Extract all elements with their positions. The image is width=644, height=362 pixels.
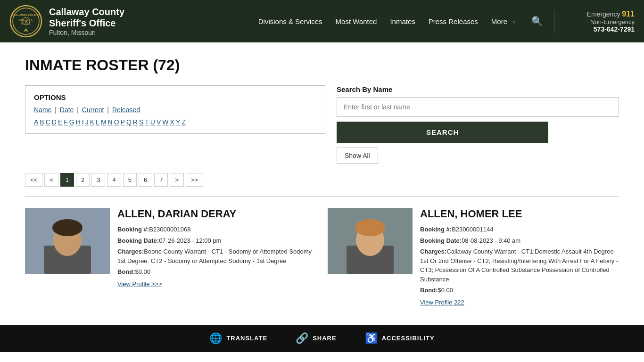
alpha-link-p[interactable]: P <box>121 118 125 126</box>
filter-date[interactable]: Date <box>60 106 74 114</box>
main-content: INMATE ROSTER (72) OPTIONS Name | Date |… <box>16 42 628 315</box>
alpha-link-j[interactable]: J <box>85 118 89 126</box>
translate-link[interactable]: 🌐 TRANSLATE <box>209 332 267 345</box>
alpha-link-f[interactable]: F <box>64 118 68 126</box>
filter-released[interactable]: Released <box>112 106 140 114</box>
pagination-page-6[interactable]: 6 <box>139 173 152 187</box>
share-link[interactable]: 🔗 SHARE <box>296 332 337 345</box>
inmate-grid: ALLEN, DARIAN DERAYBooking #:B2300000106… <box>25 208 619 306</box>
inmate-card: ALLEN, HOMER LEEBooking #:B23000001144Bo… <box>328 208 619 306</box>
alpha-link-u[interactable]: U <box>150 118 155 126</box>
alpha-link-x[interactable]: X <box>170 118 174 126</box>
alpha-link-k[interactable]: K <box>90 118 94 126</box>
pagination-page-2[interactable]: 2 <box>76 173 90 187</box>
share-label: SHARE <box>313 335 337 342</box>
inmate-info: ALLEN, HOMER LEEBooking #:B23000001144Bo… <box>420 208 619 306</box>
alpha-link-b[interactable]: B <box>40 118 44 126</box>
pagination-first[interactable]: << <box>25 173 42 187</box>
svg-rect-14 <box>58 245 77 247</box>
agency-location: Fulton, Missouri <box>49 29 124 36</box>
site-footer: 🌐 TRANSLATE 🔗 SHARE ♿ ACCESSIBILITY <box>0 325 644 352</box>
show-all-button[interactable]: Show All <box>337 148 378 164</box>
nav-most-wanted[interactable]: Most Wanted <box>336 17 377 25</box>
alpha-link-n[interactable]: N <box>108 118 113 126</box>
options-search-row: OPTIONS Name | Date | Current | Released… <box>25 85 619 164</box>
alpha-link-q[interactable]: Q <box>126 118 132 126</box>
pagination-page-4[interactable]: 4 <box>107 173 121 187</box>
inmate-photo <box>25 208 110 274</box>
pagination-page-3[interactable]: 3 <box>91 173 105 187</box>
divider <box>25 196 619 197</box>
svg-point-18 <box>355 219 385 236</box>
inmate-card: ALLEN, DARIAN DERAYBooking #:B2300000106… <box>25 208 316 306</box>
alpha-link-t[interactable]: T <box>145 118 149 126</box>
alpha-link-l[interactable]: L <box>96 118 99 126</box>
alpha-link-s[interactable]: S <box>139 118 143 126</box>
nav-press-releases[interactable]: Press Releases <box>429 17 478 25</box>
alpha-link-y[interactable]: Y <box>176 118 180 126</box>
svg-point-20 <box>373 239 378 243</box>
svg-point-11 <box>52 219 83 236</box>
alpha-link-r[interactable]: R <box>133 118 138 126</box>
alpha-link-w[interactable]: W <box>162 118 168 126</box>
nav-more[interactable]: More → <box>491 17 516 25</box>
non-emergency-number: 573-642-7291 <box>562 25 635 33</box>
svg-text:CALLAWAY COUNTY: CALLAWAY COUNTY <box>12 14 40 16</box>
pagination-next[interactable]: > <box>170 173 184 187</box>
filter-current[interactable]: Current <box>82 106 104 114</box>
agency-sub: Sheriff's Office <box>49 17 124 29</box>
alpha-links: A B C D E F G H I J K L M N O P Q R S T … <box>34 118 316 126</box>
svg-point-19 <box>362 239 367 243</box>
alpha-link-h[interactable]: H <box>76 118 81 126</box>
nav-divisions[interactable]: Divisions & Services <box>258 17 322 25</box>
pagination-page-7[interactable]: 7 <box>154 173 168 187</box>
accessibility-label: ACCESSIBILITY <box>382 335 435 342</box>
filter-name[interactable]: Name <box>34 106 51 114</box>
alpha-link-o[interactable]: O <box>114 118 119 126</box>
alpha-link-d[interactable]: D <box>52 118 57 126</box>
alpha-link-i[interactable]: I <box>82 118 84 126</box>
alpha-link-e[interactable]: E <box>58 118 62 126</box>
translate-label: TRANSLATE <box>226 335 267 342</box>
options-title: OPTIONS <box>34 93 316 101</box>
share-icon: 🔗 <box>296 332 309 345</box>
nav-inmates[interactable]: Inmates <box>390 17 415 25</box>
inmate-booking-date: Booking Date:07-26-2023 - 12:00 pm <box>117 236 316 246</box>
svg-rect-21 <box>361 245 380 247</box>
header-search-button[interactable]: 🔍 <box>529 14 545 29</box>
inmate-name: ALLEN, HOMER LEE <box>420 208 619 220</box>
agency-title: Callaway County Sheriff's Office Fulton,… <box>49 6 124 36</box>
site-header: CALLAWAY COUNTY SHERIFF'S OFFICE ★ Calla… <box>0 0 644 42</box>
agency-logo: CALLAWAY COUNTY SHERIFF'S OFFICE ★ <box>9 5 42 38</box>
svg-point-13 <box>71 239 75 243</box>
emergency-label: Emergency <box>587 10 620 18</box>
view-profile-link[interactable]: View Profile >>> <box>117 280 162 288</box>
options-box: OPTIONS Name | Date | Current | Released… <box>25 85 325 134</box>
alpha-link-a[interactable]: A <box>34 118 38 126</box>
arrow-right-icon: → <box>509 17 516 25</box>
alpha-link-z[interactable]: Z <box>182 118 186 126</box>
inmate-booking-date: Booking Date:08-08-2023 - 9:40 am <box>420 236 619 246</box>
alpha-link-c[interactable]: C <box>46 118 50 126</box>
inmate-bond: Bond:$0.00 <box>420 286 619 295</box>
emergency-number: 911 <box>622 10 635 18</box>
inmate-booking-number: Booking #:B23000001068 <box>117 225 316 234</box>
accessibility-icon: ♿ <box>365 332 378 345</box>
globe-icon: 🌐 <box>209 332 223 345</box>
main-nav: Divisions & Services Most Wanted Inmates… <box>258 14 545 29</box>
view-profile-link[interactable]: View Profile 222 <box>420 299 464 306</box>
inmate-info: ALLEN, DARIAN DERAYBooking #:B2300000106… <box>117 208 316 306</box>
accessibility-link[interactable]: ♿ ACCESSIBILITY <box>365 332 435 345</box>
pagination-prev[interactable]: < <box>44 173 58 187</box>
search-button[interactable]: SEARCH <box>337 122 548 143</box>
alpha-link-m[interactable]: M <box>101 118 107 126</box>
alpha-link-g[interactable]: G <box>69 118 74 126</box>
search-label: Search By Name <box>337 85 619 93</box>
inmate-name: ALLEN, DARIAN DERAY <box>117 208 316 220</box>
svg-text:★: ★ <box>25 19 28 24</box>
pagination-page-5[interactable]: 5 <box>123 173 137 187</box>
alpha-link-v[interactable]: V <box>157 118 161 126</box>
pagination-last[interactable]: >> <box>186 173 203 187</box>
search-input[interactable] <box>337 97 619 117</box>
pagination-page-1[interactable]: 1 <box>60 173 74 187</box>
